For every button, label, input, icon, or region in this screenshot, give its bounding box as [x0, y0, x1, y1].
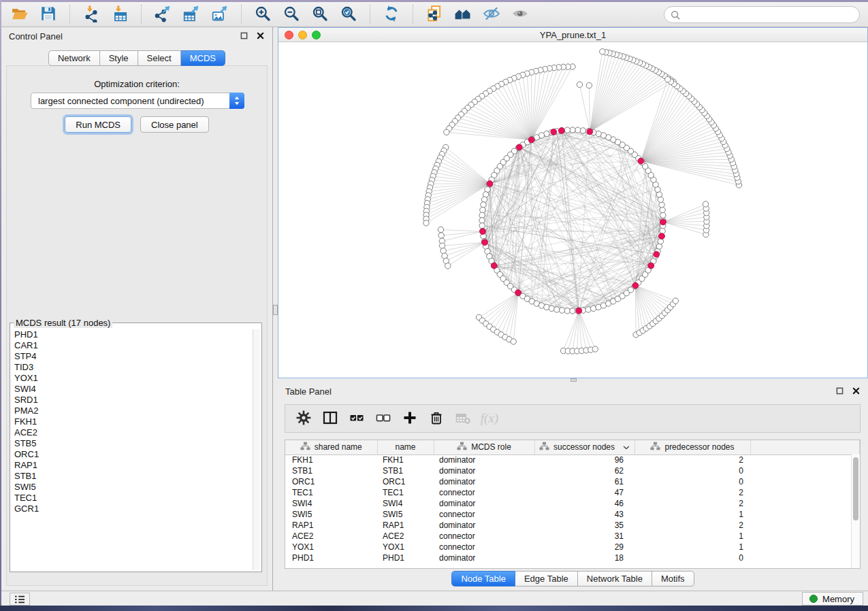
mcds-result-item[interactable]: SWI4 [14, 384, 252, 395]
window-zoom-button[interactable] [312, 31, 321, 39]
float-panel-icon[interactable] [836, 387, 843, 395]
result-list-scrollbar[interactable] [253, 329, 260, 570]
save-session-button[interactable] [37, 4, 60, 24]
table-row[interactable]: STB1STB1dominator620 [285, 465, 860, 476]
zoom-selected-button[interactable] [337, 4, 360, 24]
vertical-splitter[interactable] [272, 27, 278, 591]
dominator-node[interactable] [587, 129, 593, 135]
column-header-successor-nodes[interactable]: successor nodes [534, 440, 634, 455]
mcds-result-item[interactable]: SRD1 [14, 395, 252, 406]
mcds-result-item[interactable]: SWI5 [14, 482, 252, 493]
table-settings-button[interactable] [295, 409, 312, 428]
table-row[interactable]: SWI4SWI4dominator462 [285, 498, 860, 509]
tab-select[interactable]: Select [138, 50, 181, 66]
table-row[interactable]: YOX1YOX1connector291 [285, 542, 860, 552]
mcds-result-item[interactable]: YOX1 [14, 373, 252, 384]
dominator-node[interactable] [487, 181, 493, 187]
dominator-node[interactable] [551, 129, 557, 135]
close-panel-icon[interactable] [852, 387, 860, 395]
mcds-result-item[interactable]: CAR1 [14, 340, 252, 351]
dominator-node[interactable] [654, 251, 660, 257]
dominator-node[interactable] [632, 282, 639, 288]
zoom-in-button[interactable] [251, 4, 274, 24]
dominator-node[interactable] [558, 128, 564, 134]
add-column-button[interactable] [401, 409, 419, 428]
select-all-button[interactable] [348, 409, 366, 428]
mcds-result-item[interactable]: PHD1 [14, 329, 252, 340]
tab-style[interactable]: Style [100, 50, 138, 66]
mcds-result-item[interactable]: STB1 [14, 471, 252, 482]
import-network-button[interactable] [80, 4, 103, 24]
mcds-result-item[interactable]: PMA2 [14, 406, 252, 416]
mcds-result-item[interactable]: ACE2 [14, 427, 252, 438]
export-table-button[interactable] [180, 4, 203, 24]
network-nodes[interactable] [423, 49, 742, 354]
show-all-button[interactable] [509, 4, 532, 24]
column-header-predecessor-nodes[interactable]: predecessor nodes [634, 440, 750, 455]
mcds-result-item[interactable]: GCR1 [14, 503, 252, 514]
run-mcds-button[interactable]: Run MCDS [65, 116, 131, 133]
dominator-node[interactable] [480, 229, 486, 235]
search-box[interactable] [664, 6, 860, 23]
dominator-node[interactable] [482, 240, 488, 246]
export-image-button[interactable] [208, 4, 231, 24]
task-history-button[interactable] [10, 593, 30, 606]
clone-network-button[interactable] [423, 4, 446, 24]
dominator-node[interactable] [660, 219, 666, 225]
mcds-result-item[interactable]: ORC1 [14, 449, 252, 460]
window-close-button[interactable] [285, 31, 293, 39]
split-panel-button[interactable] [321, 409, 339, 428]
open-file-button[interactable] [8, 4, 31, 24]
tab-network-table[interactable]: Network Table [578, 571, 652, 587]
splitter-handle-icon[interactable] [570, 378, 577, 382]
column-header-name[interactable]: name [377, 440, 434, 455]
dominator-node[interactable] [516, 144, 522, 150]
close-panel-button[interactable]: Close panel [140, 116, 209, 133]
export-network-button[interactable] [151, 4, 174, 24]
zoom-fit-button[interactable] [308, 4, 332, 24]
import-table-button[interactable] [108, 4, 131, 24]
tab-edge-table[interactable]: Edge Table [515, 571, 578, 587]
tab-network[interactable]: Network [48, 50, 100, 66]
table-row[interactable]: ACE2ACE2connector311 [285, 531, 860, 542]
tab-motifs[interactable]: Motifs [652, 571, 694, 587]
zoom-out-button[interactable] [280, 4, 303, 24]
table-row[interactable]: TEC1TEC1connector472 [285, 487, 860, 498]
hide-selected-button[interactable] [480, 4, 503, 24]
close-panel-icon[interactable] [257, 32, 264, 39]
dominator-node[interactable] [648, 263, 654, 269]
mcds-result-item[interactable]: TEC1 [14, 493, 252, 503]
network-canvas[interactable] [278, 42, 867, 378]
table-row[interactable]: SWI5SWI5connector431 [285, 509, 860, 520]
criterion-dropdown[interactable]: largest connected component (undirected) [31, 93, 244, 109]
mcds-result-item[interactable]: FKH1 [14, 416, 252, 427]
delete-column-button[interactable] [428, 409, 445, 428]
refresh-view-button[interactable] [380, 4, 403, 24]
table-row[interactable]: PHD1PHD1dominator180 [285, 552, 860, 563]
mcds-result-item[interactable]: STP4 [14, 351, 252, 362]
window-minimize-button[interactable] [298, 31, 307, 39]
dominator-node[interactable] [638, 158, 644, 164]
table-row[interactable]: ORC1ORC1dominator610 [285, 476, 860, 487]
splitter-handle-icon[interactable] [273, 305, 278, 315]
tab-mcds[interactable]: MCDS [181, 50, 225, 66]
scrollbar-thumb[interactable] [853, 457, 858, 521]
dominator-node[interactable] [659, 233, 665, 240]
table-scrollbar[interactable] [851, 455, 860, 568]
tab-node-table[interactable]: Node Table [451, 571, 515, 587]
dominator-node[interactable] [528, 137, 534, 143]
column-header-shared-name[interactable]: shared name [285, 440, 377, 455]
float-panel-icon[interactable] [240, 32, 248, 39]
deselect-all-button[interactable] [374, 409, 392, 428]
mcds-result-list[interactable]: PHD1CAR1STP4TID3YOX1SWI4SRD1PMA2FKH1ACE2… [10, 329, 252, 572]
dominator-node[interactable] [576, 308, 582, 314]
mcds-result-item[interactable]: STB5 [14, 438, 252, 449]
dominator-node[interactable] [491, 263, 497, 269]
search-input[interactable] [681, 8, 859, 22]
table-row[interactable]: FKH1FKH1dominator962 [285, 455, 860, 465]
mcds-result-item[interactable]: TID3 [14, 362, 252, 373]
first-neighbors-button[interactable] [451, 4, 475, 24]
mcds-result-item[interactable]: RAP1 [14, 460, 252, 471]
column-header-mcds-role[interactable]: MCDS role [434, 440, 534, 455]
dominator-node[interactable] [515, 290, 521, 296]
